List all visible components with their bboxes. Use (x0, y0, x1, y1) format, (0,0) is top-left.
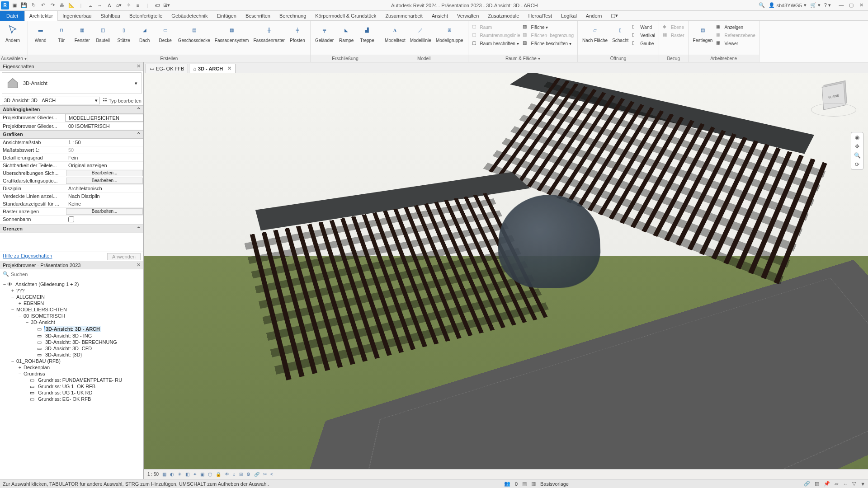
qat-tag-icon[interactable]: 🏷 (153, 1, 161, 9)
prop-value[interactable] (66, 216, 143, 224)
twisty-icon[interactable]: − (17, 371, 23, 376)
menu-betonfertigteile[interactable]: Betonfertigteile (125, 11, 167, 21)
tree-node[interactable]: ▭3D-Ansicht: 3D - ING (1, 333, 142, 339)
menu-koerpermodell[interactable]: Körpermodell & Grundstück (311, 11, 381, 21)
menu-architektur[interactable]: Architektur (24, 11, 58, 21)
opening-shaft-button[interactable]: ▯Schacht (610, 23, 630, 44)
tree-node[interactable]: ▭Grundriss: UG 1- UK RD (1, 389, 142, 396)
menu-ansicht[interactable]: Ansicht (427, 11, 453, 21)
ribbon-opening-2-button[interactable]: ▯Gaube (631, 40, 656, 47)
ribbon-modellgruppe-button[interactable]: ⊞Modellgruppe (434, 23, 465, 44)
view-cube[interactable]: VORNE (807, 80, 861, 126)
modify-button[interactable]: Ändern (3, 23, 23, 44)
twisty-icon[interactable]: − (2, 282, 7, 287)
view-tab-eg[interactable]: ▭ EG- OK FFB (146, 64, 188, 73)
menu-verwalten[interactable]: Verwalten (453, 11, 483, 21)
datum-grid-button[interactable]: ▦Raster (662, 32, 685, 39)
view-cube-compass[interactable] (811, 103, 856, 117)
lock-view-icon[interactable]: 🔒 (216, 472, 221, 477)
prop-value[interactable]: Architektonisch (66, 185, 143, 192)
expand-icon[interactable]: < (270, 472, 273, 477)
qat-dim-icon[interactable]: ↔ (96, 1, 104, 9)
qat-print-icon[interactable]: 🖶 (58, 1, 66, 9)
tree-node[interactable]: +??? (1, 287, 142, 294)
tree-node[interactable]: −00 ISOMETRISCH (1, 313, 142, 319)
crop-icon[interactable]: ▣ (200, 472, 204, 477)
tree-node[interactable]: ▭Grundriss: EG- OK RFB (1, 396, 142, 402)
search-title-icon[interactable]: 🔍 (759, 2, 765, 8)
ribbon-treppe-button[interactable]: ▟Treppe (357, 23, 377, 44)
qat-3d-icon[interactable]: ≡ (134, 1, 142, 9)
prop-value[interactable]: 00 ISOMETRISCH (66, 122, 143, 130)
maximize-button[interactable]: ▢ (848, 2, 854, 8)
twisty-icon[interactable]: − (10, 358, 15, 364)
select-face-icon[interactable]: ▱ (835, 481, 838, 487)
opening-byface-button[interactable]: ▱Nach Fläche (580, 23, 609, 44)
minimize-button[interactable]: — (838, 2, 844, 8)
prop-category[interactable]: Grafiken⌃ (0, 130, 143, 139)
datum-level-button[interactable]: ◆Ebene (662, 23, 685, 31)
select-underlay-icon[interactable]: ▨ (815, 481, 819, 487)
temp-hide-icon[interactable]: 👁 (225, 472, 229, 477)
ribbon-raum-0-button[interactable]: ▢Raum (471, 23, 521, 31)
set-workplane-button[interactable]: ▤Festlegen (691, 23, 715, 44)
worksharing-icon[interactable]: ⊞ (239, 472, 243, 477)
menu-heroaltest[interactable]: HeroalTest (524, 11, 557, 21)
filter-icon[interactable]: ▼ (860, 481, 865, 487)
ribbon-fenster-button[interactable]: ▦Fenster (72, 23, 92, 44)
app-logo-icon[interactable]: R (1, 1, 9, 9)
ribbon-wand-button[interactable]: ▬Wand (31, 23, 51, 44)
qat-align-icon[interactable]: ⫠ (86, 1, 94, 9)
instance-selector[interactable]: 3D-Ansicht: 3D - ARCH▾ (2, 97, 100, 104)
menu-gebaeudetechnik[interactable]: Gebäudetechnik (167, 11, 212, 21)
tree-node[interactable]: ▭Grundriss: UG 1- OK RFB (1, 383, 142, 389)
nav-pan-icon[interactable]: ✥ (855, 143, 859, 150)
tree-node[interactable]: +Deckenplan (1, 364, 142, 371)
ribbon-rampe-button[interactable]: ◣Rampe (336, 23, 356, 44)
shadows-icon[interactable]: ◧ (185, 472, 189, 477)
clip-icon[interactable]: ✂ (263, 472, 267, 477)
tree-node[interactable]: ▭3D-Ansicht: 3D- BERECHNUNG (1, 339, 142, 345)
qat-section-icon[interactable]: ✧ (124, 1, 132, 9)
prop-value[interactable]: Original anzeigen (66, 162, 143, 169)
ribbon-workplane-0-button[interactable]: ▦Anzeigen (715, 23, 756, 31)
search-input[interactable] (11, 272, 141, 277)
prop-value[interactable]: Nach Disziplin (66, 192, 143, 200)
qat-switch-icon[interactable]: ⊞▾ (162, 1, 170, 9)
ribbon-geschossdecke-button[interactable]: ▤Geschossdecke (176, 23, 212, 44)
twisty-icon[interactable]: + (17, 300, 23, 306)
tree-node[interactable]: −3D-Ansicht (1, 319, 142, 325)
nav-orbit-icon[interactable]: ⟳ (855, 161, 859, 168)
prop-value[interactable]: Keine (66, 200, 143, 207)
browser-tree[interactable]: − 👁 Ansichten (Gliederung 1 + 2) +???−AL… (0, 279, 143, 479)
design-options-icon[interactable]: ▤ (522, 481, 527, 487)
qat-home-icon[interactable]: ⌂▾ (115, 1, 123, 9)
tree-node[interactable]: +EBENEN (1, 300, 142, 306)
tree-root[interactable]: − 👁 Ansichten (Gliederung 1 + 2) (1, 281, 142, 287)
tree-node[interactable]: ▭3D-Ansicht: 3D - ARCH (1, 325, 142, 333)
nav-wheel-icon[interactable]: ◉ (855, 134, 859, 141)
ribbon-decke-button[interactable]: ▭Decke (156, 23, 175, 44)
render-icon[interactable]: ✦ (193, 472, 197, 477)
ribbon-pfosten-button[interactable]: ╪Pfosten (288, 23, 307, 44)
tree-node[interactable]: ▭Grundriss: FUNDAMENTPLATTE- RU (1, 377, 142, 383)
ribbon-modelltext-button[interactable]: 𝐀Modelltext (383, 23, 407, 44)
qat-redo-icon[interactable]: ↷ (48, 1, 57, 9)
prop-edit-button[interactable]: Bearbeiten... (66, 178, 143, 184)
ribbon-fassadensystem-button[interactable]: ▦Fassadensystem (213, 23, 251, 44)
constraints-icon[interactable]: 🔗 (254, 472, 259, 477)
prop-category[interactable]: Grenzen⌃ (0, 225, 143, 233)
viewport-3d[interactable]: VORNE ◉ ✥ 🔍 ⟳ 1 : 50 ▦ ◐ ☀ ◧ ✦ ▣ ▢ 🔒 👁 (144, 73, 868, 479)
menu-overflow[interactable]: ▢▾ (606, 11, 623, 21)
properties-close-icon[interactable]: ✕ (137, 63, 141, 69)
twisty-icon[interactable]: − (10, 307, 15, 312)
background-icon[interactable]: ▽ (852, 481, 856, 487)
collapse-icon[interactable]: ⌃ (137, 131, 141, 137)
file-tab[interactable]: Datei (0, 11, 24, 21)
crop-visible-icon[interactable]: ▢ (208, 472, 212, 477)
prop-edit-button[interactable]: Bearbeiten... (66, 208, 143, 215)
ribbon-dach-button[interactable]: ◢Dach (135, 23, 155, 44)
menu-stahlbau[interactable]: Stahlbau (96, 11, 125, 21)
prop-value[interactable]: Fein (66, 154, 143, 161)
menu-ingenieurbau[interactable]: Ingenieurbau (58, 11, 96, 21)
